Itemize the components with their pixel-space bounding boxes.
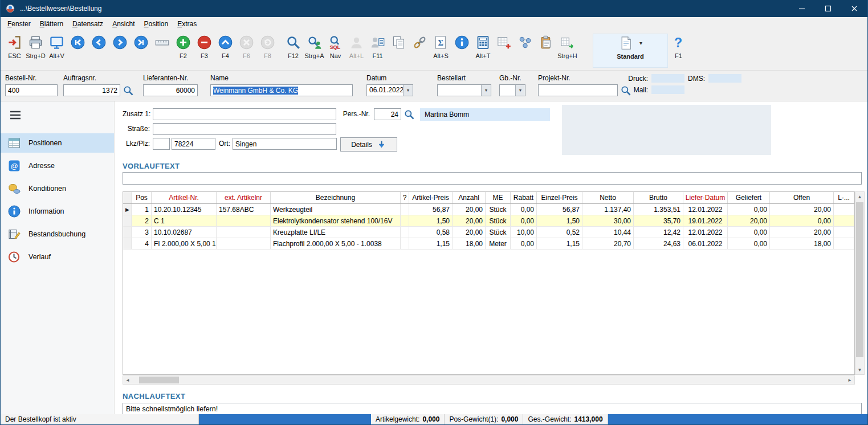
horizontal-scroll-thumb[interactable]: [139, 377, 179, 383]
previous-record-button[interactable]: [88, 34, 109, 60]
table-cell[interactable]: 12.01.2022: [683, 227, 728, 238]
column-header-netto[interactable]: Netto: [582, 192, 634, 203]
druck-field[interactable]: [651, 74, 684, 83]
menu-ansicht[interactable]: Ansicht: [108, 18, 139, 30]
mail-field[interactable]: [651, 85, 684, 94]
table-cell[interactable]: [217, 227, 271, 238]
table-cell[interactable]: 0,00: [728, 238, 770, 249]
table-cell[interactable]: Stück: [486, 215, 511, 226]
column-header-bezeichnung[interactable]: Bezeichnung: [271, 192, 401, 203]
auftragsnr-input[interactable]: [63, 84, 120, 96]
persnr-input[interactable]: [374, 108, 401, 120]
table-cell[interactable]: 18,00: [453, 238, 486, 249]
table-cell[interactable]: 20,00: [728, 215, 770, 226]
bestellart-dropdown-icon[interactable]: ▼: [481, 85, 491, 96]
horizontal-scrollbar[interactable]: ◄ ►: [123, 375, 855, 385]
last-record-button[interactable]: [131, 34, 152, 60]
table-cell[interactable]: Stück: [486, 227, 511, 238]
auftragsnr-search-icon[interactable]: [123, 85, 134, 96]
table-cell[interactable]: 1,50: [409, 215, 453, 226]
table-cell[interactable]: 20,00: [453, 215, 486, 226]
table-cell[interactable]: 10,44: [582, 227, 634, 238]
search-button[interactable]: F12: [283, 34, 304, 60]
layout-standard-button[interactable]: ▾Standard: [593, 34, 668, 68]
menu-extras[interactable]: Extras: [173, 18, 201, 30]
bestellnr-input[interactable]: [5, 84, 58, 96]
table-cell[interactable]: [834, 215, 854, 226]
table-cell[interactable]: Meter: [486, 238, 511, 249]
table-cell[interactable]: 1,50: [537, 215, 582, 226]
table-cell[interactable]: 35,70: [634, 215, 683, 226]
close-button[interactable]: [841, 0, 867, 17]
column-header-[interactable]: ?: [401, 192, 409, 203]
table-cell[interactable]: 1.353,51: [634, 204, 683, 215]
table-cell[interactable]: FI 2.000,00 X 5,00 1....: [152, 238, 217, 249]
column-header-l[interactable]: L-...: [834, 192, 854, 203]
sidebar-item-information[interactable]: Information: [1, 202, 114, 221]
help-button[interactable]: ?F1: [668, 34, 689, 60]
nachlauftext-input[interactable]: [123, 403, 862, 414]
scroll-up-icon[interactable]: ▲: [855, 192, 865, 201]
table-cell[interactable]: 0,00: [728, 227, 770, 238]
table-cell[interactable]: 56,87: [537, 204, 582, 215]
sidebar-item-adresse[interactable]: @Adresse: [1, 156, 114, 175]
table-cell[interactable]: 12.01.2022: [683, 204, 728, 215]
table-add-button[interactable]: [494, 34, 515, 60]
minimize-button[interactable]: [789, 0, 815, 17]
print-preview-button[interactable]: Alt+V: [46, 34, 67, 60]
table-cell[interactable]: [217, 238, 271, 249]
table-row[interactable]: 310.10.02687Kreuzplatte LI/LE0,5820,00St…: [123, 227, 854, 238]
table-cell[interactable]: 18,00: [770, 238, 834, 249]
column-header-ext-artikelnr[interactable]: ext. Artikelnr: [217, 192, 271, 203]
datum-input[interactable]: 06.01.2022 ▼: [366, 84, 413, 96]
details-button[interactable]: Details: [340, 137, 397, 152]
table-cell[interactable]: 0,00: [728, 204, 770, 215]
table-cell[interactable]: Kreuzplatte LI/LE: [271, 227, 401, 238]
scroll-down-icon[interactable]: ▼: [855, 365, 865, 374]
vertical-scrollbar[interactable]: ▲ ▼: [855, 191, 865, 375]
menu-position[interactable]: Position: [140, 18, 173, 30]
table-row[interactable]: 2C 1Elektrolytkondensator stehend 100/16…: [123, 215, 854, 227]
vertical-scroll-thumb[interactable]: [856, 202, 863, 357]
sidebar-item-positionen[interactable]: Positionen: [1, 133, 114, 153]
select-all-corner[interactable]: [123, 192, 132, 203]
table-cell[interactable]: [401, 215, 409, 226]
search-contact-button[interactable]: Strg+A: [304, 34, 325, 60]
link-button[interactable]: [409, 34, 430, 60]
table-cell[interactable]: Stück: [486, 204, 511, 215]
table-cell[interactable]: 3: [132, 227, 152, 238]
ort-input[interactable]: [233, 138, 337, 150]
plz-input[interactable]: [172, 138, 215, 150]
table-cell[interactable]: [834, 227, 854, 238]
table-cell[interactable]: 0,52: [537, 227, 582, 238]
table-cell[interactable]: 20,00: [453, 227, 486, 238]
table-cell[interactable]: 157.68ABC: [217, 204, 271, 215]
table-cell[interactable]: 1.137,40: [582, 204, 634, 215]
table-cell[interactable]: 20,00: [770, 227, 834, 238]
table-cell[interactable]: 24,63: [634, 238, 683, 249]
menu-toggle-button[interactable]: [7, 108, 23, 122]
next-record-button[interactable]: [109, 34, 131, 60]
table-cell[interactable]: [401, 227, 409, 238]
column-header-anzahl[interactable]: Anzahl: [453, 192, 486, 203]
table-cell[interactable]: 0,00: [511, 204, 537, 215]
column-header-liefer-datum[interactable]: Liefer-Datum: [683, 192, 728, 203]
persnr-search-icon[interactable]: [404, 109, 415, 120]
table-cell[interactable]: 10.20.10.12345: [152, 204, 217, 215]
table-cell[interactable]: 20,00: [453, 204, 486, 215]
table-cell[interactable]: 12,42: [634, 227, 683, 238]
network-button[interactable]: [515, 34, 536, 60]
table-cell[interactable]: 20,70: [582, 238, 634, 249]
exit-button[interactable]: ESC: [4, 34, 25, 60]
table-cell[interactable]: 30,00: [582, 215, 634, 226]
table-cell[interactable]: [834, 204, 854, 215]
lieferantennr-input[interactable]: [143, 84, 198, 96]
table-cell[interactable]: Elektrolytkondensator stehend 100/16V: [271, 215, 401, 226]
table-cell[interactable]: 4: [132, 238, 152, 249]
contact-list-button[interactable]: F11: [367, 34, 388, 60]
lkz-input[interactable]: [153, 138, 170, 150]
row-selector[interactable]: [123, 215, 132, 226]
projektnr-input[interactable]: [538, 84, 618, 96]
zusatz1-input[interactable]: [153, 108, 336, 120]
info-button[interactable]: [451, 34, 472, 60]
